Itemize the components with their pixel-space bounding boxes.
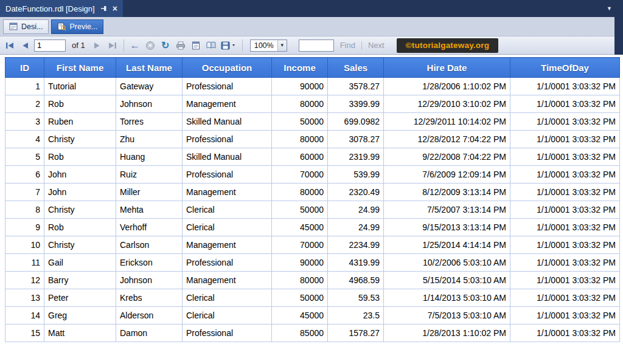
table-cell: Management — [183, 184, 272, 201]
report-preview-area: IDFirst NameLast NameOccupationIncomeSal… — [0, 55, 623, 364]
table-row: 3RubenTorresSkilled Manual50000699.09821… — [5, 113, 620, 131]
find-next-separator — [361, 41, 362, 50]
print-button[interactable] — [175, 39, 187, 52]
table-cell: 90000 — [272, 254, 328, 272]
table-row: 8ChristyMehtaClerical5000024.997/5/2007 … — [5, 201, 620, 219]
table-cell: Peter — [44, 289, 116, 307]
table-cell: 50000 — [272, 201, 328, 219]
table-cell: Skilled Manual — [183, 113, 272, 131]
table-cell: Clerical — [183, 307, 272, 325]
table-cell: 1/1/0001 3:03:32 PM — [510, 113, 620, 131]
column-header-sales: Sales — [328, 58, 384, 78]
table-cell: Tutorial — [44, 78, 116, 95]
zoom-caret-icon: ▼ — [277, 40, 287, 51]
table-cell: 12/28/2012 7:04:22 PM — [384, 131, 510, 148]
table-cell: 1/1/0001 3:03:32 PM — [510, 95, 620, 113]
column-header-id: ID — [5, 58, 44, 78]
table-cell: Krebs — [116, 289, 183, 307]
table-cell: Mehta — [116, 201, 183, 219]
tab-design[interactable]: Desi... — [3, 19, 49, 34]
table-cell: 80000 — [272, 184, 328, 201]
table-cell: Torres — [116, 113, 183, 131]
document-tab[interactable]: DateFunction.rdl [Design] × — [0, 0, 123, 17]
last-page-button[interactable] — [106, 39, 119, 52]
print-layout-button[interactable] — [190, 39, 202, 52]
table-row: 11GailEricksonProfessional900004319.9910… — [5, 254, 620, 272]
table-cell: Matt — [44, 325, 116, 342]
table-cell: 5/15/2014 5:03:10 AM — [384, 272, 510, 289]
table-row: 15MattDamonProfessional850001578.271/28/… — [5, 325, 620, 342]
table-cell: 4968.59 — [328, 272, 384, 289]
refresh-button[interactable]: ↻ — [159, 39, 172, 52]
watermark: ©tutorialgateway.org — [397, 38, 498, 53]
table-cell: Professional — [183, 78, 272, 95]
table-cell: 1/1/0001 3:03:32 PM — [510, 184, 620, 201]
table-cell: 13 — [5, 289, 44, 307]
table-cell: 70000 — [272, 166, 328, 184]
report-table: IDFirst NameLast NameOccupationIncomeSal… — [5, 57, 620, 342]
report-toolbar: of 1 ← ✕ ↻ 100% ▼ Find Next ©tutorialgat… — [0, 36, 623, 55]
find-input[interactable] — [299, 39, 334, 52]
table-cell: 1/25/2014 4:14:14 PM — [384, 236, 510, 254]
page-count-label: of 1 — [72, 41, 85, 50]
table-row: 10ChristyCarlsonManagement700002234.991/… — [5, 236, 620, 254]
table-cell: Johnson — [116, 95, 183, 113]
export-icon — [221, 41, 237, 50]
close-icon[interactable]: × — [113, 4, 117, 13]
column-header-last-name: Last Name — [116, 58, 183, 78]
table-cell: 6 — [5, 166, 44, 184]
first-page-button[interactable] — [4, 39, 16, 52]
page-setup-icon — [206, 41, 216, 49]
table-cell: 8/12/2009 3:13:14 PM — [384, 184, 510, 201]
zoom-select[interactable]: 100% ▼ — [250, 39, 287, 52]
table-cell: 9 — [5, 219, 44, 236]
document-tab-bar: DateFunction.rdl [Design] × ▼ — [0, 0, 623, 17]
table-cell: 80000 — [272, 95, 328, 113]
pin-icon[interactable] — [100, 5, 107, 12]
printer-icon — [176, 41, 186, 50]
table-cell: 3399.99 — [328, 95, 384, 113]
find-next-button[interactable]: Next — [368, 41, 385, 50]
print-layout-icon — [192, 41, 200, 50]
preview-icon — [57, 22, 66, 31]
table-cell: Erickson — [116, 254, 183, 272]
column-header-occupation: Occupation — [183, 58, 272, 78]
table-cell: 1/1/0001 3:03:32 PM — [510, 272, 620, 289]
table-cell: 23.5 — [328, 307, 384, 325]
table-cell: Professional — [183, 166, 272, 184]
table-cell: 7/5/2013 5:03:10 AM — [384, 307, 510, 325]
table-cell: 3 — [5, 113, 44, 131]
table-cell: 1/1/0001 3:03:32 PM — [510, 148, 620, 166]
tab-preview[interactable]: Previe... — [51, 19, 103, 34]
table-cell: 1578.27 — [328, 325, 384, 342]
column-header-hire-date: Hire Date — [384, 58, 510, 78]
page-setup-button[interactable] — [205, 39, 217, 52]
table-cell: Skilled Manual — [183, 148, 272, 166]
toolbar-separator — [242, 39, 243, 52]
table-cell: 699.0982 — [328, 113, 384, 131]
column-header-timeofday: TimeOfDay — [510, 58, 620, 78]
table-cell: 1/28/2006 1:10:02 PM — [384, 78, 510, 95]
table-cell: Management — [183, 95, 272, 113]
table-cell: Clerical — [183, 219, 272, 236]
next-page-button[interactable] — [91, 39, 103, 52]
table-row: 5RobHuangSkilled Manual600002319.999/22/… — [5, 148, 620, 166]
table-cell: 4 — [5, 131, 44, 148]
table-cell: Rob — [44, 148, 116, 166]
table-cell: Christy — [44, 201, 116, 219]
export-button[interactable] — [220, 39, 237, 52]
table-cell: 60000 — [272, 148, 328, 166]
table-cell: Rob — [44, 219, 116, 236]
table-row: 1TutorialGatewayProfessional900003578.27… — [5, 78, 620, 95]
find-button[interactable]: Find — [340, 41, 355, 50]
stop-rendering-button[interactable]: ✕ — [144, 39, 156, 52]
previous-page-button[interactable] — [19, 39, 31, 52]
table-cell: 80000 — [272, 131, 328, 148]
page-number-input[interactable] — [34, 39, 66, 52]
table-cell: 90000 — [272, 78, 328, 95]
table-row: 12BarryJohnsonManagement800004968.595/15… — [5, 272, 620, 289]
table-cell: 1/1/0001 3:03:32 PM — [510, 219, 620, 236]
table-cell: 85000 — [272, 325, 328, 342]
table-cell: 3078.27 — [328, 131, 384, 148]
back-to-parent-button[interactable]: ← — [129, 39, 141, 52]
